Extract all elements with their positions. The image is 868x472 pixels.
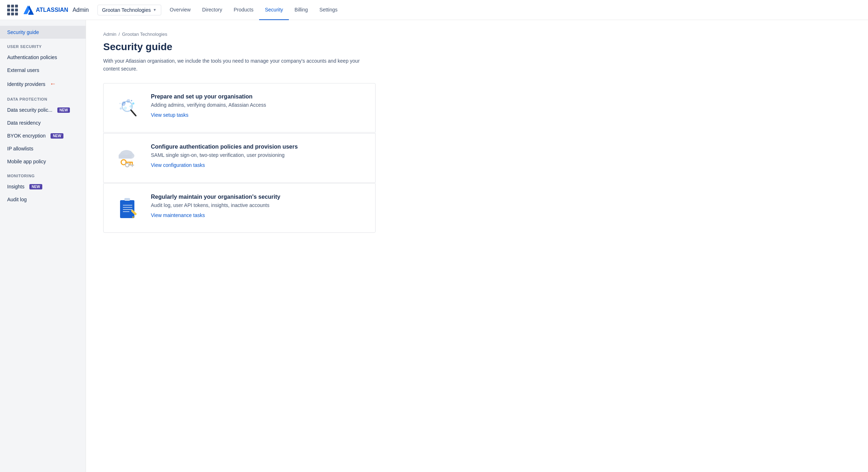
card-setup-title: Prepare and set up your organisation [151,93,365,100]
svg-point-8 [119,103,121,104]
svg-text:@: @ [124,106,127,110]
top-navigation: ATLASSIAN Admin Grootan Technologies ▼ O… [0,0,868,20]
page-title: Security guide [103,41,851,53]
atlassian-logo[interactable]: ATLASSIAN [24,5,68,15]
svg-line-10 [131,110,136,116]
sidebar: Security guide USER SECURITY Authenticat… [0,20,86,472]
svg-point-7 [132,102,134,105]
card-setup-body: Prepare and set up your organisation Add… [151,93,365,118]
card-configure-body: Configure authentication policies and pr… [151,144,365,168]
sidebar-item-security-guide[interactable]: Security guide [0,26,86,39]
app-switcher-icon[interactable] [6,3,19,17]
nav-link-overview[interactable]: Overview [164,0,196,20]
svg-text:@: @ [121,101,126,106]
nav-link-settings[interactable]: Settings [314,0,343,20]
app-layout: Security guide USER SECURITY Authenticat… [0,20,868,472]
sidebar-item-ip-allowlists[interactable]: IP allowlists [0,142,86,155]
sidebar-item-authentication-policies[interactable]: Authentication policies [0,51,86,64]
sidebar-item-mobile-app-policy[interactable]: Mobile app policy [0,155,86,168]
card-maintain-subtitle: Audit log, user API tokens, insights, in… [151,202,365,208]
sidebar-section-data-protection: DATA PROTECTION [0,91,86,103]
admin-label: Admin [72,7,89,13]
logo-area: ATLASSIAN Admin [6,3,89,17]
card-setup-subtitle: Adding admins, verifying domains, Atlass… [151,102,365,108]
sidebar-section-monitoring: MONITORING [0,168,86,180]
new-badge: NEW [51,133,63,139]
nav-link-directory[interactable]: Directory [196,0,228,20]
maintain-icon [114,194,142,222]
svg-point-6 [120,107,122,110]
breadcrumb-separator: / [119,32,120,37]
sidebar-section-user-security: USER SECURITY [0,39,86,51]
arrow-icon: ← [50,80,56,88]
new-badge: NEW [29,184,42,189]
nav-link-billing[interactable]: Billing [289,0,314,20]
card-maintain: Regularly maintain your organisation's s… [103,183,376,233]
setup-icon: @ @ @ @ [114,93,142,122]
sidebar-item-data-security-policy[interactable]: Data security polic... NEW [0,103,86,116]
new-badge: NEW [57,107,70,113]
sidebar-item-identity-providers[interactable]: Identity providers ← [0,77,86,91]
chevron-down-icon: ▼ [153,8,157,12]
card-configure: Configure authentication policies and pr… [103,133,376,183]
card-configure-link[interactable]: View configuration tasks [151,162,205,168]
sidebar-item-data-residency[interactable]: Data residency [0,116,86,129]
svg-rect-24 [124,198,130,201]
main-content: Admin / Grootan Technologies Security gu… [86,20,868,472]
card-configure-title: Configure authentication policies and pr… [151,144,365,150]
nav-links: Overview Directory Products Security Bil… [164,0,343,20]
org-name: Grootan Technologies [102,7,151,13]
card-maintain-title: Regularly maintain your organisation's s… [151,194,365,200]
card-maintain-body: Regularly maintain your organisation's s… [151,194,365,218]
svg-text:@: @ [129,105,132,108]
configure-icon [114,144,142,172]
atlassian-logo-text: ATLASSIAN [36,7,68,13]
nav-link-products[interactable]: Products [228,0,259,20]
card-maintain-link[interactable]: View maintenance tasks [151,212,205,218]
card-setup: @ @ @ @ Prepare and set up your or [103,83,376,133]
breadcrumb-admin[interactable]: Admin [103,32,116,37]
svg-rect-14 [119,155,132,159]
breadcrumb-org[interactable]: Grootan Technologies [122,32,167,37]
sidebar-item-insights[interactable]: Insights NEW [0,180,86,193]
svg-text:@: @ [127,99,130,103]
svg-point-9 [131,100,132,101]
sidebar-item-external-users[interactable]: External users [0,64,86,77]
card-setup-link[interactable]: View setup tasks [151,112,189,118]
card-configure-subtitle: SAML single sign-on, two-step verificati… [151,152,365,158]
nav-link-security[interactable]: Security [259,0,289,20]
cards-container: @ @ @ @ Prepare and set up your or [103,83,376,233]
org-selector[interactable]: Grootan Technologies ▼ [97,5,161,15]
sidebar-item-byok-encryption[interactable]: BYOK encryption NEW [0,129,86,142]
sidebar-item-audit-log[interactable]: Audit log [0,193,86,206]
page-description: With your Atlassian organisation, we inc… [103,57,376,73]
breadcrumb: Admin / Grootan Technologies [103,32,851,37]
